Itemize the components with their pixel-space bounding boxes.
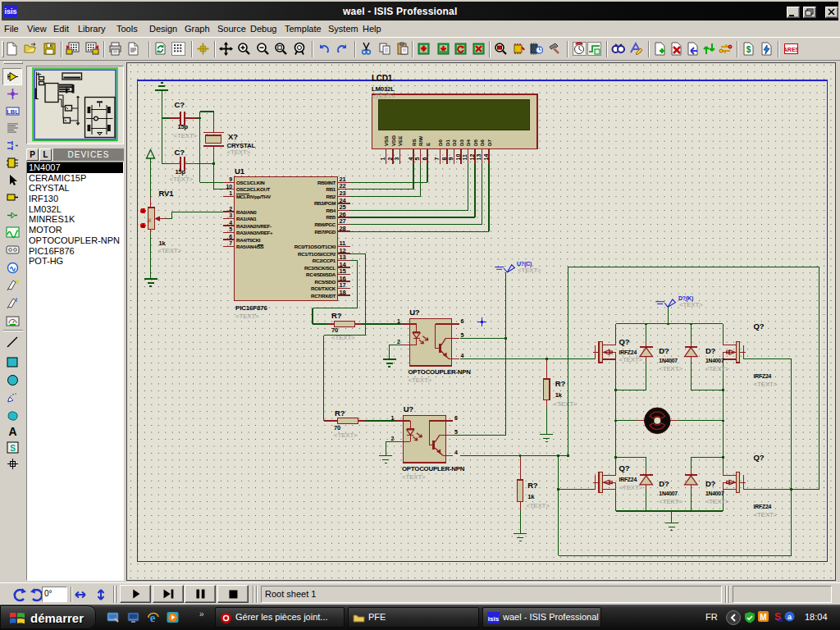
svg-text:RA0/AN0: RA0/AN0 bbox=[236, 209, 257, 215]
svg-text:IRFZ24: IRFZ24 bbox=[619, 477, 637, 482]
svg-text:5: 5 bbox=[414, 158, 420, 161]
svg-text:4: 4 bbox=[461, 353, 464, 358]
svg-text:<TEXT>: <TEXT> bbox=[170, 176, 194, 183]
svg-text:1k: 1k bbox=[555, 391, 563, 399]
svg-text:IRFZ24: IRFZ24 bbox=[754, 373, 772, 379]
svg-text:2: 2 bbox=[390, 436, 394, 441]
svg-text:RB2: RB2 bbox=[326, 194, 336, 199]
svg-text:<TEXT>: <TEXT> bbox=[174, 132, 198, 139]
svg-text:5: 5 bbox=[229, 226, 232, 232]
svg-text:5: 5 bbox=[454, 429, 458, 435]
svg-text:<TEXT>: <TEXT> bbox=[526, 502, 550, 509]
svg-text:D0: D0 bbox=[437, 139, 443, 146]
svg-text:4: 4 bbox=[408, 158, 413, 161]
svg-text:<TEXT>: <TEXT> bbox=[659, 365, 682, 372]
svg-text:RC0/T1OSO/T1CKI: RC0/T1OSO/T1CKI bbox=[294, 244, 336, 249]
svg-text:15p: 15p bbox=[176, 168, 186, 176]
svg-text:18: 18 bbox=[340, 289, 346, 296]
svg-text:D2: D2 bbox=[451, 139, 457, 146]
svg-text:<TEXT>: <TEXT> bbox=[518, 267, 541, 274]
svg-text:1N4007: 1N4007 bbox=[705, 358, 724, 363]
svg-text:2: 2 bbox=[387, 158, 393, 161]
svg-text:RB4: RB4 bbox=[326, 208, 336, 213]
svg-text:4: 4 bbox=[454, 450, 458, 455]
svg-text:RC1/T1OSI/CCP2: RC1/T1OSI/CCP2 bbox=[298, 251, 336, 257]
svg-text:<TEXT>: <TEXT> bbox=[402, 473, 426, 481]
svg-text:7: 7 bbox=[434, 158, 440, 161]
svg-text:9: 9 bbox=[448, 158, 454, 161]
svg-text:<TEXT>: <TEXT> bbox=[227, 148, 251, 156]
svg-text:PIC16F876: PIC16F876 bbox=[235, 304, 267, 312]
svg-text:5: 5 bbox=[461, 332, 464, 338]
svg-text:RB1: RB1 bbox=[326, 186, 336, 192]
svg-text:2B: 2B bbox=[778, 618, 783, 623]
svg-text:OPTOCOUPLER-NPN: OPTOCOUPLER-NPN bbox=[409, 368, 472, 376]
svg-text:E: E bbox=[425, 143, 431, 146]
svg-text:VDD: VDD bbox=[390, 135, 396, 146]
svg-text:<TEXT>: <TEXT> bbox=[235, 313, 259, 320]
svg-text:RA4/T0CKI: RA4/T0CKI bbox=[236, 237, 261, 243]
svg-text:56: 56 bbox=[148, 218, 152, 222]
svg-text:U1: U1 bbox=[235, 167, 245, 176]
svg-text:IRFZ24: IRFZ24 bbox=[754, 504, 772, 509]
svg-text:D?: D? bbox=[705, 479, 716, 488]
svg-text:RB0/INT: RB0/INT bbox=[317, 180, 336, 185]
svg-text:<TEXT>: <TEXT> bbox=[554, 400, 578, 408]
svg-text:LM032L: LM032L bbox=[372, 85, 395, 93]
svg-text:<TEXT>: <TEXT> bbox=[619, 356, 643, 363]
svg-text:1: 1 bbox=[380, 158, 386, 161]
svg-text:D6: D6 bbox=[479, 139, 485, 146]
svg-text:6: 6 bbox=[461, 318, 464, 324]
svg-text:RC5/SDO: RC5/SDO bbox=[315, 279, 336, 285]
svg-text:RB3/PGM: RB3/PGM bbox=[314, 200, 336, 206]
svg-text:2: 2 bbox=[229, 206, 232, 212]
svg-text:<TEXT>: <TEXT> bbox=[158, 247, 181, 254]
svg-text:RC4/SDI/SDA: RC4/SDI/SDA bbox=[306, 272, 336, 277]
svg-text:D3: D3 bbox=[459, 139, 464, 146]
svg-text:OSC1/CLKIN: OSC1/CLKIN bbox=[236, 180, 265, 185]
svg-text:isis: isis bbox=[488, 615, 500, 623]
svg-text:3: 3 bbox=[394, 158, 399, 161]
svg-text:RA1/AN1: RA1/AN1 bbox=[236, 216, 257, 221]
svg-text:RC6/TX/CK: RC6/TX/CK bbox=[311, 285, 336, 291]
svg-text:C?: C? bbox=[175, 100, 185, 109]
svg-text:OSC2/CLKOUT: OSC2/CLKOUT bbox=[236, 186, 271, 192]
svg-text:11: 11 bbox=[462, 154, 468, 161]
svg-text:VSS: VSS bbox=[383, 136, 389, 146]
svg-text:<TEXT>: <TEXT> bbox=[754, 511, 778, 518]
svg-text:<TEXT>: <TEXT> bbox=[679, 301, 703, 308]
svg-text:D?: D? bbox=[659, 346, 669, 355]
svg-text:<TEXT>: <TEXT> bbox=[705, 365, 729, 372]
svg-text:RC2/CCP1: RC2/CCP1 bbox=[313, 258, 336, 263]
svg-text:I: I bbox=[16, 297, 17, 303]
svg-text:R?: R? bbox=[555, 379, 566, 388]
svg-text:10: 10 bbox=[455, 154, 461, 161]
svg-text:6: 6 bbox=[454, 415, 458, 421]
svg-text:RB7/PGD: RB7/PGD bbox=[315, 229, 336, 235]
svg-text:VEE: VEE bbox=[397, 136, 403, 146]
svg-text:7: 7 bbox=[229, 240, 232, 246]
svg-text:<TEXT>: <TEXT> bbox=[705, 498, 729, 505]
svg-text:Q?: Q? bbox=[619, 337, 630, 346]
svg-text:1k: 1k bbox=[527, 493, 535, 500]
svg-text:D?: D? bbox=[659, 479, 669, 488]
svg-text:R/W: R/W bbox=[418, 136, 423, 146]
svg-text:6: 6 bbox=[229, 234, 232, 240]
svg-text:1: 1 bbox=[229, 190, 232, 196]
svg-text:6: 6 bbox=[422, 158, 427, 161]
svg-text:R?: R? bbox=[527, 481, 538, 490]
svg-text:LBL: LBL bbox=[7, 108, 19, 116]
svg-text:X?: X? bbox=[228, 132, 238, 141]
svg-text:D4: D4 bbox=[465, 139, 471, 146]
svg-text:D7: D7 bbox=[486, 139, 492, 146]
svg-text:<TEXT>: <TEXT> bbox=[334, 431, 358, 439]
svg-text:<TEXT>: <TEXT> bbox=[754, 381, 778, 388]
svg-text:28: 28 bbox=[340, 225, 346, 232]
svg-text:1N4007: 1N4007 bbox=[659, 491, 678, 496]
svg-text:1: 1 bbox=[397, 318, 400, 324]
svg-text:RB5: RB5 bbox=[326, 214, 336, 220]
svg-text:15p: 15p bbox=[178, 123, 189, 130]
svg-text:<TEXT>: <TEXT> bbox=[331, 334, 355, 341]
svg-text:<TEXT>: <TEXT> bbox=[659, 498, 682, 505]
svg-text:RB6/PGC: RB6/PGC bbox=[315, 221, 336, 227]
